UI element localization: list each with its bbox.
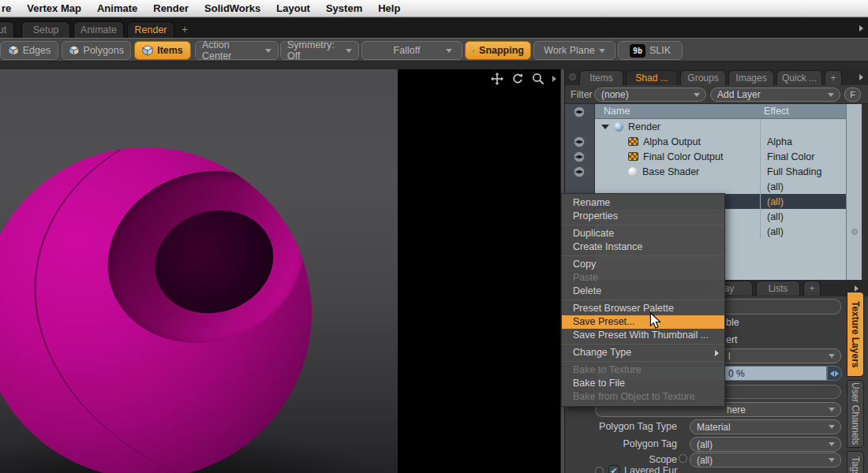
tree-row-final-color-output[interactable]: Final Color Output Final Color — [595, 149, 846, 164]
menu-item-layout[interactable]: Layout — [268, 2, 318, 14]
polygon-tag-value: (all) — [697, 439, 713, 450]
snapping-label: Snapping — [479, 45, 524, 56]
channel-toggle-icon[interactable] — [679, 454, 687, 463]
opacity-value-fragment: 0 % — [728, 368, 745, 379]
menu-item-create-instance[interactable]: Create Instance — [562, 240, 724, 254]
row-name: Render — [628, 121, 660, 132]
row-effect: Alpha — [760, 134, 846, 149]
slik-button[interactable]: 9b SLIK — [618, 41, 683, 60]
add-layout-tab-button[interactable]: + — [181, 23, 188, 35]
slik-logo-icon: 9b — [630, 44, 645, 58]
3d-viewport[interactable] — [0, 69, 560, 473]
tree-row-alpha-output[interactable]: Alpha Output Alpha — [595, 134, 846, 149]
scrollbar-thumb[interactable] — [851, 229, 858, 235]
value-stepper[interactable] — [827, 366, 842, 381]
row-effect: (all) — [760, 209, 846, 224]
lower-tab-overflow-arrow-icon[interactable] — [855, 285, 859, 292]
filter-f-button[interactable]: F — [844, 88, 861, 102]
eye-icon[interactable] — [574, 166, 585, 177]
action-center-dropdown[interactable]: Action Center — [195, 41, 279, 60]
tree-row-render[interactable]: Render — [595, 119, 846, 134]
menu-item-copy[interactable]: Copy — [562, 258, 724, 271]
items-mode-button[interactable]: Items — [134, 41, 191, 60]
polygon-tag-dropdown[interactable]: (all) — [690, 437, 841, 452]
tab-items[interactable]: Items — [579, 70, 623, 85]
chevron-down-icon — [694, 93, 700, 97]
falloff-dropdown[interactable]: Falloff — [361, 41, 462, 60]
eye-icon[interactable] — [574, 136, 585, 147]
menu-item-vertex-map[interactable]: Vertex Map — [19, 2, 89, 14]
panel-handle[interactable] — [569, 73, 576, 80]
panel-tab-overflow-arrow-icon[interactable] — [859, 74, 863, 80]
row-name: Base Shader — [642, 166, 699, 177]
chevron-down-icon — [829, 408, 835, 412]
filter-dropdown[interactable]: (none) — [594, 88, 706, 102]
scope-dropdown[interactable]: (all) — [690, 453, 841, 467]
tree-row[interactable]: (all) — [595, 179, 846, 194]
layout-tab-setup[interactable]: Setup — [21, 21, 70, 38]
menu-item-save-preset[interactable]: Save Preset... — [562, 315, 724, 329]
layered-fur-checkbox[interactable]: ✔ — [608, 465, 619, 473]
add-lower-tab-button[interactable]: + — [803, 281, 821, 296]
tab-overflow-arrow-icon[interactable] — [859, 25, 863, 32]
menu-item-help[interactable]: Help — [370, 2, 408, 14]
menu-item-change-type[interactable]: Change Type — [562, 346, 724, 359]
menu-item-delete[interactable]: Delete — [562, 285, 724, 298]
name-column-header: Name — [604, 106, 630, 117]
tab-images[interactable]: Images — [728, 70, 774, 85]
move-icon[interactable] — [491, 73, 503, 85]
stepper-right-icon[interactable] — [835, 371, 839, 377]
menu-item-cut[interactable]: re — [0, 2, 19, 14]
side-tab-texture-layers[interactable]: Texture Layers — [847, 292, 864, 377]
layout-tab-partial[interactable]: ut — [0, 21, 14, 38]
menu-item-duplicate[interactable]: Duplicate — [562, 227, 724, 240]
menu-item-properties[interactable]: Properties — [562, 210, 724, 223]
rotate-icon[interactable] — [511, 73, 524, 85]
side-tab-tags[interactable]: Tags — [847, 451, 864, 473]
chevron-down-icon — [599, 49, 605, 53]
expand-triangle-icon[interactable] — [601, 125, 609, 129]
tab-lists[interactable]: Lists — [756, 281, 800, 296]
cube-icon — [69, 45, 80, 56]
work-plane-dropdown[interactable]: Work Plane — [533, 41, 615, 60]
add-layer-dropdown[interactable]: Add Layer — [710, 88, 840, 102]
side-tab-user-channels[interactable]: User Channels — [847, 380, 864, 448]
tab-quick[interactable]: Quick ... — [776, 70, 822, 85]
tree-row-base-shader[interactable]: Base Shader Full Shading — [595, 164, 846, 179]
row-effect: Final Color — [760, 149, 846, 164]
symmetry-dropdown[interactable]: Symmetry: Off — [280, 41, 359, 60]
polygons-mode-button[interactable]: Polygons — [62, 41, 131, 60]
menu-item-render[interactable]: Render — [145, 2, 196, 14]
edges-label: Edges — [23, 45, 51, 56]
menu-item-system[interactable]: System — [318, 2, 370, 14]
viewport-controls — [491, 73, 556, 85]
tab-groups[interactable]: Groups — [680, 70, 726, 85]
layout-tab-animate[interactable]: Animate — [73, 21, 124, 38]
viewport-menu-arrow-icon[interactable] — [552, 76, 556, 82]
menu-item-solidworks[interactable]: SolidWorks — [196, 2, 268, 14]
menu-separator — [562, 225, 724, 225]
edges-mode-button[interactable]: Edges — [0, 41, 58, 60]
tab-shader[interactable]: Shad ... — [626, 70, 678, 85]
snapping-button[interactable]: Snapping — [465, 41, 531, 60]
menu-item-preset-browser-palette[interactable]: Preset Browser Palette — [562, 302, 724, 315]
magenta-sphere-object[interactable] — [0, 147, 312, 473]
menu-item-rename[interactable]: Rename — [562, 196, 724, 210]
channel-toggle-icon[interactable] — [595, 467, 604, 473]
tree-scrollbar[interactable] — [846, 104, 862, 280]
polygon-tag-type-dropdown[interactable]: Material — [690, 419, 841, 434]
scope-label: Scope — [565, 454, 677, 465]
chevron-down-icon — [446, 49, 452, 53]
eye-icon[interactable] — [574, 151, 585, 162]
stepper-left-icon[interactable] — [830, 371, 834, 377]
viewport-black-pane[interactable] — [398, 69, 560, 473]
items-label: Items — [157, 45, 183, 56]
layout-tab-render[interactable]: Render — [127, 21, 174, 38]
add-panel-tab-button[interactable]: + — [825, 70, 842, 85]
menu-item-bake-to-file[interactable]: Bake to File — [562, 377, 724, 390]
menu-item-save-preset-with-thumbnail[interactable]: Save Preset With Thumbnail ... — [562, 329, 724, 342]
menu-item-paste: Paste — [562, 271, 724, 285]
eye-icon[interactable] — [574, 106, 585, 117]
menu-item-animate[interactable]: Animate — [89, 2, 145, 14]
zoom-icon[interactable] — [532, 73, 544, 85]
